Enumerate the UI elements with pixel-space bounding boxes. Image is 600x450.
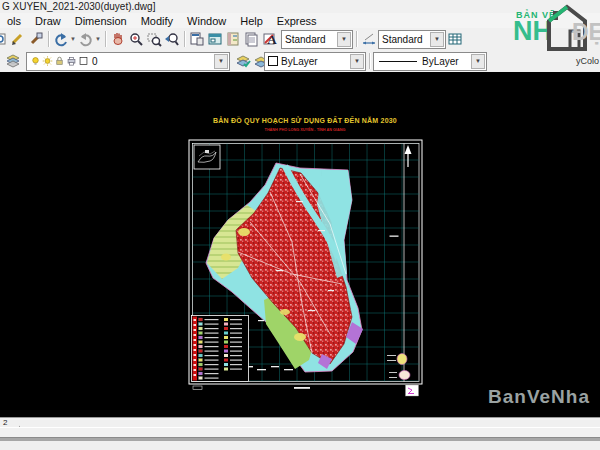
dropdown-caret-icon[interactable]: ▼ bbox=[70, 30, 77, 48]
sheetset-icon[interactable] bbox=[242, 30, 260, 48]
legend-swatch bbox=[224, 363, 228, 366]
legend-band-tick bbox=[194, 369, 197, 371]
properties-icon[interactable] bbox=[188, 30, 206, 48]
pencil-icon[interactable] bbox=[9, 30, 27, 48]
legend-band-tick bbox=[194, 324, 197, 326]
layer-combo[interactable]: 0 ▼ bbox=[26, 52, 230, 71]
legend-band-tick bbox=[194, 319, 197, 321]
legend-band-tick bbox=[194, 349, 197, 351]
pan-icon[interactable] bbox=[109, 30, 127, 48]
chevron-down-icon[interactable]: ▼ bbox=[350, 54, 364, 69]
layers-icon[interactable] bbox=[4, 52, 22, 70]
legend-swatch bbox=[199, 332, 203, 335]
legend-swatch bbox=[224, 345, 228, 348]
legend-swatch bbox=[224, 354, 228, 357]
svg-text:A: A bbox=[267, 32, 277, 47]
menu-item-help[interactable]: Help bbox=[233, 15, 270, 27]
legend-label-line bbox=[230, 360, 242, 361]
dropdown-caret-icon[interactable]: ▼ bbox=[95, 30, 102, 48]
legend-swatch bbox=[199, 359, 203, 362]
color-value: ByLayer bbox=[281, 56, 332, 67]
menu-item-dimension[interactable]: Dimension bbox=[68, 15, 134, 27]
legend-swatch bbox=[224, 341, 228, 344]
layout-tab[interactable]: 2 bbox=[0, 418, 20, 427]
legend-swatch bbox=[199, 363, 203, 366]
chevron-down-icon[interactable]: ▼ bbox=[337, 32, 351, 47]
legend-label-line bbox=[205, 324, 219, 325]
chevron-down-icon[interactable]: ▼ bbox=[430, 32, 444, 47]
legend-label-line bbox=[230, 369, 242, 370]
watermark-text: BanVeNha bbox=[488, 386, 590, 408]
legend-label-line bbox=[230, 351, 242, 352]
layer-states-icon[interactable] bbox=[234, 52, 252, 70]
plot-preview-icon[interactable] bbox=[0, 30, 9, 48]
legend-label-line bbox=[230, 319, 242, 320]
menu-item-window[interactable]: Window bbox=[180, 15, 233, 27]
zoom-window-icon[interactable] bbox=[145, 30, 163, 48]
matchprop-brush-icon[interactable] bbox=[27, 30, 45, 48]
lock-icon[interactable] bbox=[54, 54, 65, 68]
dim-style-combo[interactable]: Standard ▼ bbox=[378, 30, 446, 49]
legend-swatch bbox=[199, 377, 203, 380]
zoom-realtime-icon[interactable] bbox=[127, 30, 145, 48]
legend-label-line bbox=[230, 355, 242, 356]
legend-band-tick bbox=[194, 359, 197, 361]
styles-toolbar: A Standard ▼ Standard ▼ bbox=[263, 29, 464, 49]
legend-label-line bbox=[230, 364, 242, 365]
legend-label-line bbox=[230, 337, 242, 338]
redo-icon[interactable] bbox=[77, 30, 95, 48]
legend-swatch bbox=[224, 327, 228, 330]
scale-bar bbox=[294, 387, 310, 389]
legend-swatch bbox=[224, 359, 228, 362]
legend-label-line bbox=[205, 364, 219, 365]
legend-label-line bbox=[205, 378, 219, 379]
legend-label-line bbox=[205, 355, 219, 356]
dim-style-icon[interactable] bbox=[360, 30, 378, 48]
legend-swatch bbox=[224, 368, 228, 371]
legend-swatch bbox=[224, 332, 228, 335]
toolbar-separator bbox=[105, 31, 106, 47]
menu-item-express[interactable]: Express bbox=[270, 15, 324, 27]
legend-swatch bbox=[224, 336, 228, 339]
legend-label-line bbox=[230, 342, 242, 343]
toolbar-separator bbox=[48, 31, 49, 47]
layer-color-swatch[interactable] bbox=[78, 54, 89, 68]
color-combo[interactable]: ByLayer ▼ bbox=[264, 52, 366, 71]
chevron-down-icon[interactable]: ▼ bbox=[214, 54, 228, 69]
table-style-icon[interactable] bbox=[446, 30, 464, 48]
legend-table bbox=[192, 316, 249, 382]
toolpalettes-icon[interactable] bbox=[224, 30, 242, 48]
text-style-icon[interactable]: A bbox=[263, 30, 281, 48]
zoom-previous-icon[interactable] bbox=[163, 30, 181, 48]
command-input-area[interactable] bbox=[0, 441, 600, 450]
plot-state-icon[interactable] bbox=[66, 54, 77, 68]
legend-label-line bbox=[205, 342, 219, 343]
legend-label-line bbox=[230, 346, 242, 347]
legend-band-tick bbox=[194, 374, 197, 376]
linetype-combo[interactable]: ByLayer ▼ bbox=[373, 52, 487, 71]
text-style-value: Standard bbox=[285, 34, 340, 45]
color-swatch-icon bbox=[268, 56, 278, 66]
sun-icon[interactable] bbox=[42, 54, 53, 68]
banvenhadep-logo: BẢN VẼ NH ĐẸP bbox=[505, 3, 600, 61]
legend-band-tick bbox=[194, 329, 197, 331]
legend-swatch bbox=[199, 350, 203, 353]
undo-icon[interactable] bbox=[52, 30, 70, 48]
designcenter-icon[interactable] bbox=[206, 30, 224, 48]
corner-mark bbox=[193, 386, 202, 390]
legend-label-line bbox=[205, 333, 219, 334]
legend-label-line bbox=[205, 346, 219, 347]
legend-swatch bbox=[199, 327, 203, 330]
menu-item-ols[interactable]: ols bbox=[0, 15, 28, 27]
text-style-combo[interactable]: Standard ▼ bbox=[281, 30, 353, 49]
chevron-down-icon[interactable]: ▼ bbox=[471, 54, 485, 69]
drawing-canvas[interactable]: BẢN ĐỒ QUY HOẠCH SỬ DỤNG ĐẤT ĐẾN NĂM 203… bbox=[0, 72, 600, 417]
bulb-icon[interactable] bbox=[30, 54, 41, 68]
legend-band-tick bbox=[194, 344, 197, 346]
menu-item-draw[interactable]: Draw bbox=[28, 15, 68, 27]
map-subtitle: THÀNH PHỐ LONG XUYÊN - TỈNH AN GIANG bbox=[265, 127, 346, 132]
map-title: BẢN ĐỒ QUY HOẠCH SỬ DỤNG ĐẤT ĐẾN NĂM 203… bbox=[213, 115, 397, 125]
location-inset bbox=[194, 145, 220, 169]
menu-item-modify[interactable]: Modify bbox=[134, 15, 180, 27]
legend-swatch bbox=[224, 323, 228, 326]
